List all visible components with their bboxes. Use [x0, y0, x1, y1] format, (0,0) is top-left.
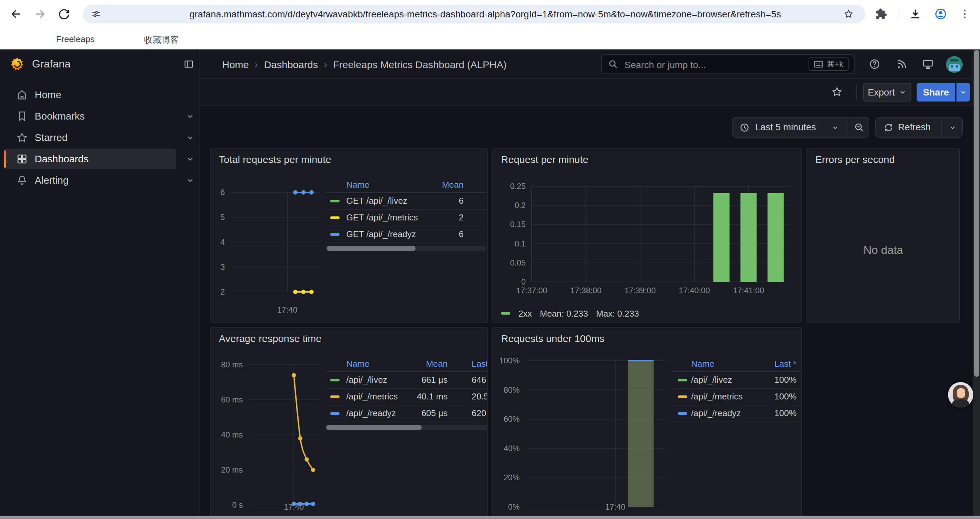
- legend-row[interactable]: GET /api/_/livez6: [326, 193, 486, 210]
- profile-icon[interactable]: [934, 7, 947, 21]
- bookmark-star-icon[interactable]: [843, 9, 854, 19]
- favorite-star-icon[interactable]: [831, 86, 843, 97]
- browser-forward-icon[interactable]: [33, 7, 47, 21]
- search-shortcut-text: ⌘+k: [827, 59, 843, 69]
- legend-row[interactable]: GET /api/_/metrics2: [326, 210, 486, 227]
- breadcrumb-separator: ›: [249, 59, 264, 69]
- refresh-label[interactable]: Refresh: [898, 118, 931, 137]
- grafana-logo[interactable]: [10, 57, 25, 72]
- keyboard-icon: [814, 61, 823, 67]
- help-icon[interactable]: [869, 58, 881, 70]
- svg-text:40%: 40%: [504, 444, 520, 453]
- search-input[interactable]: [623, 56, 752, 73]
- share-button[interactable]: Share: [916, 83, 955, 102]
- legend-table: NameLast */api/_/livez100%/api/_/metrics…: [673, 356, 801, 422]
- legend-row[interactable]: GET /api/_/readyz6: [326, 227, 486, 243]
- site-settings-icon[interactable]: [91, 9, 102, 19]
- bell-icon: [16, 174, 28, 186]
- active-item-accent: [4, 150, 6, 168]
- floating-assistant-avatar[interactable]: [948, 382, 973, 407]
- legend-row[interactable]: /api/_/livez661 µs646 µs: [325, 372, 488, 389]
- chevron-down-icon[interactable]: [185, 112, 195, 121]
- series-color-pill: [330, 395, 340, 398]
- series-color-pill: [330, 379, 340, 382]
- brand-name[interactable]: Grafana: [32, 50, 71, 79]
- news-rss-icon[interactable]: [896, 58, 908, 70]
- legend-row[interactable]: /api/_/metrics100%: [673, 389, 801, 406]
- legend-row[interactable]: /api/_/readyz100%: [673, 406, 801, 422]
- svg-text:0%: 0%: [508, 502, 520, 511]
- legend-row[interactable]: /api/_/readyz605 µs620 µs: [325, 406, 488, 422]
- monitor-icon[interactable]: [922, 58, 934, 70]
- download-icon[interactable]: [908, 7, 922, 21]
- extensions-icon[interactable]: [875, 8, 887, 20]
- bookmark-folder-blogs[interactable]: 收藏博客: [144, 34, 179, 46]
- legend-table: NameMeanLast */api/_/livez661 µs646 µs/a…: [325, 356, 488, 430]
- sidebar-item-starred[interactable]: Starred: [0, 127, 200, 148]
- chevron-down-icon[interactable]: [185, 176, 195, 185]
- time-range-label[interactable]: Last 5 minutes: [755, 118, 816, 137]
- browser-menu-icon[interactable]: [959, 8, 970, 20]
- browser-reload-icon[interactable]: [57, 7, 71, 21]
- sidebar-item-dashboards[interactable]: Dashboards: [0, 148, 200, 170]
- sidebar-item-label: Home: [35, 84, 61, 105]
- refresh-icon[interactable]: [883, 122, 894, 133]
- series-color-pill: [678, 412, 687, 415]
- chevron-down-icon[interactable]: [185, 133, 195, 142]
- chevron-down-icon[interactable]: [185, 154, 195, 164]
- svg-text:17:40: 17:40: [605, 502, 625, 511]
- breadcrumb-current: Freeleaps Metrics Dashboard (ALPHA): [333, 58, 507, 70]
- refresh-group: Refresh: [875, 117, 963, 137]
- address-bar[interactable]: [83, 5, 865, 23]
- legend-inline[interactable]: 2xx Mean: 0.233 Max: 0.233: [501, 307, 639, 320]
- sidebar-item-label: Alerting: [35, 170, 69, 191]
- home-icon: [16, 89, 28, 101]
- breadcrumb-dashboards[interactable]: Dashboards: [264, 58, 318, 70]
- legend-table: NameMeanGET /api/_/livez6GET /api/_/metr…: [326, 177, 486, 251]
- legend-scrollbar[interactable]: [325, 425, 488, 430]
- sidebar-item-home[interactable]: Home: [0, 84, 200, 105]
- browser-back-icon[interactable]: [10, 7, 23, 21]
- clock-icon: [739, 122, 750, 133]
- zoom-out-icon[interactable]: [853, 121, 865, 133]
- svg-text:4: 4: [221, 238, 225, 246]
- svg-text:0 s: 0 s: [232, 500, 243, 509]
- svg-text:0: 0: [521, 277, 526, 286]
- url-input[interactable]: [189, 5, 910, 23]
- svg-text:80%: 80%: [504, 385, 520, 394]
- breadcrumb-home[interactable]: Home: [222, 58, 249, 70]
- sidebar-toggle-icon[interactable]: [183, 59, 194, 69]
- series-color-pill: [678, 379, 687, 382]
- series-color-pill: [678, 395, 687, 398]
- vertical-scrollbar-track[interactable]: [973, 50, 980, 516]
- legend-row[interactable]: /api/_/metrics40.1 ms20.5 ms: [325, 389, 488, 406]
- svg-text:0.15: 0.15: [510, 220, 526, 229]
- share-menu-button[interactable]: [956, 83, 970, 102]
- panel-title[interactable]: Errors per second: [815, 153, 895, 165]
- svg-text:20 ms: 20 ms: [221, 465, 243, 474]
- user-avatar[interactable]: [946, 56, 963, 73]
- export-button[interactable]: Export: [863, 83, 911, 102]
- search-box[interactable]: ⌘+k: [601, 54, 854, 74]
- sidebar-item-alerting[interactable]: Alerting: [0, 170, 200, 191]
- chevron-down-icon[interactable]: [831, 124, 839, 132]
- legend-row[interactable]: /api/_/livez100%: [673, 372, 801, 389]
- bar-chart[interactable]: 0.250.20.150.10.05017:37:0017:38:0017:39…: [493, 149, 801, 322]
- svg-text:0.05: 0.05: [510, 258, 526, 267]
- search-shortcut-badge: ⌘+k: [808, 57, 849, 71]
- toolbar-divider: [899, 8, 899, 20]
- vertical-scrollbar-thumb[interactable]: [974, 50, 979, 377]
- toolbar-divider: [856, 84, 857, 100]
- search-icon: [608, 59, 619, 69]
- grafana-header: Home › Dashboards › Freeleaps Metrics Da…: [200, 50, 980, 79]
- sidebar-item-bookmarks[interactable]: Bookmarks: [0, 105, 200, 127]
- panel-requests-under-100ms: Requests under 100ms 100%80%60%40%20%0%1…: [492, 327, 802, 519]
- chevron-down-icon[interactable]: [949, 124, 957, 132]
- time-range-group: Last 5 minutes: [732, 117, 869, 137]
- svg-text:100%: 100%: [500, 356, 520, 365]
- horizontal-scrollbar[interactable]: [0, 516, 980, 519]
- sidebar-item-label: Dashboards: [35, 148, 89, 170]
- bookmark-folder-freeleaps[interactable]: Freeleaps: [56, 34, 95, 44]
- svg-text:0.1: 0.1: [515, 239, 526, 248]
- legend-scrollbar[interactable]: [326, 246, 486, 251]
